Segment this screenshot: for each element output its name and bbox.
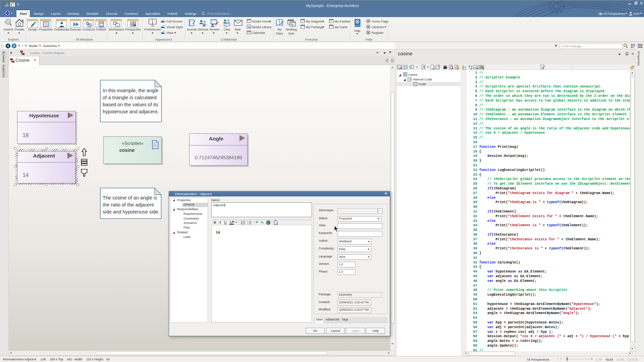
svg-text:2: 2 <box>247 223 248 225</box>
svg-text:A: A <box>229 221 232 224</box>
svg-text:1: 1 <box>247 221 248 222</box>
